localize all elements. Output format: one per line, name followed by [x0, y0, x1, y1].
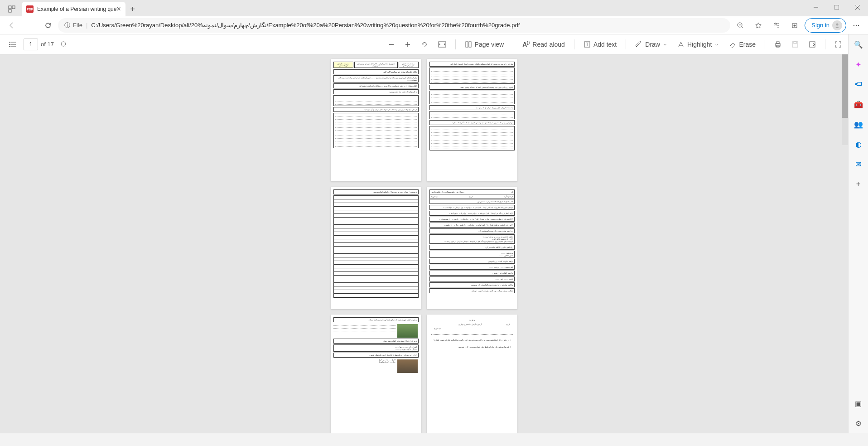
url-box[interactable]: ⓘFile | C:/Users/Green%20rayan/Desktop/a…: [58, 18, 730, 33]
svg-rect-41: [794, 42, 796, 44]
svg-point-18: [856, 24, 857, 25]
new-tab-button[interactable]: +: [125, 2, 140, 16]
side-search-icon[interactable]: 🔍: [852, 38, 865, 51]
fit-button[interactable]: [434, 37, 450, 52]
save-as-button[interactable]: [805, 37, 820, 52]
browser-tab[interactable]: PDF Example of a Persian writing que ×: [22, 2, 125, 16]
erase-button[interactable]: Erase: [725, 37, 759, 52]
signin-button[interactable]: Sign in: [805, 18, 846, 33]
signin-label: Sign in: [811, 22, 829, 29]
more-button[interactable]: [848, 18, 864, 33]
address-bar: ⓘFile | C:/Users/Green%20rayan/Desktop/a…: [0, 16, 868, 34]
svg-rect-42: [810, 42, 815, 47]
url-protocol: ⓘFile: [64, 21, 82, 29]
forward-button: [22, 18, 38, 33]
find-button[interactable]: [57, 37, 71, 52]
url-text: C:/Users/Green%20rayan/Desktop/ali/نگارش…: [91, 22, 520, 29]
svg-rect-32: [466, 42, 468, 47]
contents-button[interactable]: [5, 37, 21, 52]
side-panel: 🔍 ✦ 🏷 🧰 👥 ◐ ✉ + ▣ ⚙: [848, 34, 868, 54]
zoom-in-button[interactable]: [401, 37, 415, 52]
back-button[interactable]: [4, 18, 20, 33]
pdf-toolbar: of 17 Page view A))Read aloud TAdd text …: [0, 34, 868, 54]
svg-point-24: [9, 44, 10, 45]
svg-rect-1: [12, 6, 15, 9]
svg-rect-40: [792, 42, 798, 47]
svg-text:T: T: [586, 42, 588, 47]
svg-point-19: [858, 24, 859, 25]
svg-rect-38: [776, 42, 779, 44]
page-view-button[interactable]: Page view: [461, 37, 508, 52]
svg-point-25: [9, 46, 10, 47]
svg-rect-33: [469, 42, 471, 47]
zoom-out-button[interactable]: [385, 37, 398, 52]
collections-button[interactable]: [786, 18, 803, 33]
add-text-button[interactable]: TAdd text: [580, 37, 620, 52]
svg-point-23: [9, 42, 10, 43]
svg-line-27: [65, 46, 67, 47]
tab-actions-button[interactable]: [4, 2, 20, 16]
zoom-button[interactable]: [732, 18, 748, 33]
svg-rect-2: [9, 10, 11, 12]
favorite-button[interactable]: [750, 18, 767, 33]
page-total-label: of 17: [41, 41, 54, 48]
avatar-icon: [832, 20, 842, 30]
maximize-button[interactable]: [826, 0, 847, 15]
tab-bar: PDF Example of a Persian writing que × +: [0, 0, 868, 16]
pdf-icon: PDF: [26, 5, 34, 13]
close-window-button[interactable]: [847, 0, 868, 15]
svg-rect-0: [9, 6, 11, 9]
rotate-button[interactable]: [417, 37, 432, 52]
save-button[interactable]: [788, 37, 802, 52]
refresh-button[interactable]: [40, 18, 56, 33]
svg-rect-4: [834, 5, 839, 10]
minimize-button[interactable]: [805, 0, 826, 15]
svg-line-8: [742, 27, 743, 28]
window-controls: [805, 0, 868, 15]
url-separator: |: [86, 22, 87, 29]
highlight-button[interactable]: Highlight: [674, 37, 723, 52]
read-aloud-button[interactable]: A))Read aloud: [519, 37, 569, 52]
svg-point-16: [836, 23, 839, 25]
fullscreen-button[interactable]: [831, 37, 845, 52]
svg-point-17: [854, 24, 854, 25]
print-button[interactable]: [771, 37, 785, 52]
page-number-input[interactable]: [24, 39, 38, 50]
svg-point-26: [61, 42, 66, 46]
draw-button[interactable]: Draw: [632, 37, 671, 52]
close-tab-button[interactable]: ×: [116, 5, 121, 13]
tab-title: Example of a Persian writing que: [37, 6, 116, 12]
favorites-list-button[interactable]: [768, 18, 785, 33]
